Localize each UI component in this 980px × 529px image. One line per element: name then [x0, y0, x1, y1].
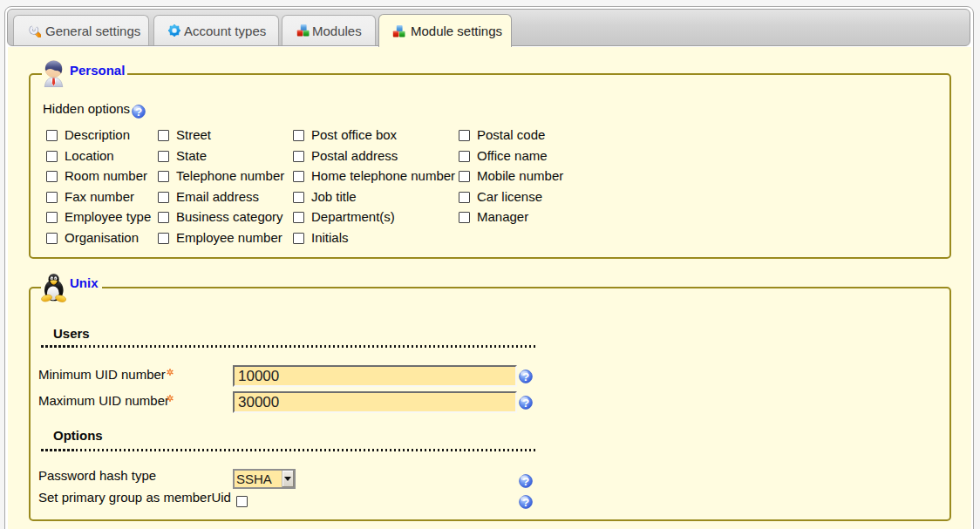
- svg-text:?: ?: [135, 105, 142, 119]
- svg-text:?: ?: [522, 397, 529, 410]
- svg-text:?: ?: [522, 496, 529, 509]
- svg-text:?: ?: [522, 370, 529, 383]
- svg-text:?: ?: [522, 475, 529, 488]
